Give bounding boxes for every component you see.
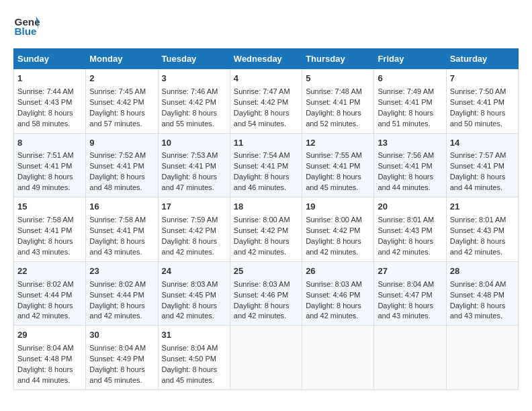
calendar-cell: 6Sunrise: 7:49 AMSunset: 4:41 PMDaylight… [374, 69, 446, 134]
calendar-week-4: 22Sunrise: 8:02 AMSunset: 4:44 PMDayligh… [14, 261, 519, 326]
day-number: 22 [17, 265, 82, 278]
calendar-cell: 20Sunrise: 8:01 AMSunset: 4:43 PMDayligh… [374, 197, 446, 262]
column-header-saturday: Saturday [446, 49, 518, 69]
sunset-label: Sunset: 4:43 PM [17, 98, 72, 106]
calendar-cell: 11Sunrise: 7:54 AMSunset: 4:41 PMDayligh… [230, 133, 302, 197]
daylight-label: Daylight: 8 hours and 50 minutes. [450, 109, 506, 128]
calendar-cell: 24Sunrise: 8:03 AMSunset: 4:45 PMDayligh… [158, 261, 230, 326]
day-number: 11 [234, 137, 298, 150]
day-number: 5 [306, 73, 370, 85]
day-number: 23 [89, 265, 154, 278]
sunset-label: Sunset: 4:42 PM [234, 226, 288, 234]
sunrise-label: Sunrise: 7:56 AM [378, 151, 434, 159]
sunrise-label: Sunrise: 8:04 AM [17, 344, 74, 352]
calendar-cell: 10Sunrise: 7:53 AMSunset: 4:41 PMDayligh… [158, 133, 230, 197]
daylight-label: Daylight: 8 hours and 57 minutes. [89, 109, 145, 128]
calendar-cell [374, 326, 446, 390]
column-header-friday: Friday [374, 49, 446, 69]
daylight-label: Daylight: 8 hours and 42 minutes. [234, 302, 290, 320]
sunrise-label: Sunrise: 8:01 AM [378, 216, 434, 224]
day-number: 1 [17, 73, 82, 85]
sunrise-label: Sunrise: 7:55 AM [306, 151, 362, 159]
daylight-label: Daylight: 8 hours and 44 minutes. [378, 173, 433, 191]
daylight-label: Daylight: 8 hours and 44 minutes. [450, 173, 506, 191]
sunset-label: Sunset: 4:44 PM [89, 291, 144, 299]
calendar-cell: 26Sunrise: 8:03 AMSunset: 4:46 PMDayligh… [302, 261, 374, 326]
daylight-label: Daylight: 8 hours and 42 minutes. [89, 302, 145, 320]
sunset-label: Sunset: 4:41 PM [306, 162, 360, 170]
sunset-label: Sunset: 4:41 PM [89, 162, 144, 170]
sunset-label: Sunset: 4:43 PM [450, 226, 504, 234]
daylight-label: Daylight: 8 hours and 43 minutes. [89, 237, 145, 256]
sunrise-label: Sunrise: 7:45 AM [89, 87, 146, 95]
daylight-label: Daylight: 8 hours and 52 minutes. [306, 109, 361, 128]
logo-icon: General Blue [13, 13, 40, 38]
day-number: 20 [378, 201, 442, 214]
sunrise-label: Sunrise: 8:01 AM [450, 216, 506, 224]
day-number: 13 [378, 137, 442, 150]
day-number: 16 [89, 201, 154, 214]
calendar-cell [302, 326, 374, 390]
calendar-cell: 8Sunrise: 7:51 AMSunset: 4:41 PMDaylight… [14, 133, 86, 197]
day-number: 26 [306, 265, 370, 278]
day-number: 9 [89, 137, 154, 150]
sunrise-label: Sunrise: 7:49 AM [378, 87, 434, 95]
daylight-label: Daylight: 8 hours and 45 minutes. [306, 173, 361, 191]
calendar-cell: 4Sunrise: 7:47 AMSunset: 4:42 PMDaylight… [230, 69, 302, 134]
calendar-cell: 7Sunrise: 7:50 AMSunset: 4:41 PMDaylight… [446, 69, 518, 134]
day-number: 31 [162, 329, 226, 342]
sunrise-label: Sunrise: 7:58 AM [89, 216, 146, 224]
daylight-label: Daylight: 8 hours and 42 minutes. [306, 302, 361, 320]
calendar-week-5: 29Sunrise: 8:04 AMSunset: 4:48 PMDayligh… [14, 326, 519, 390]
column-header-sunday: Sunday [14, 49, 86, 69]
day-number: 27 [378, 265, 442, 278]
sunrise-label: Sunrise: 8:03 AM [306, 280, 362, 288]
svg-text:Blue: Blue [15, 26, 37, 37]
daylight-label: Daylight: 8 hours and 42 minutes. [162, 302, 218, 320]
day-number: 18 [234, 201, 298, 214]
calendar-cell: 22Sunrise: 8:02 AMSunset: 4:44 PMDayligh… [14, 261, 86, 326]
sunset-label: Sunset: 4:42 PM [306, 226, 360, 234]
sunrise-label: Sunrise: 8:00 AM [306, 216, 362, 224]
calendar-cell: 14Sunrise: 7:57 AMSunset: 4:41 PMDayligh… [446, 133, 518, 197]
calendar-cell: 29Sunrise: 8:04 AMSunset: 4:48 PMDayligh… [14, 326, 86, 390]
sunset-label: Sunset: 4:45 PM [162, 291, 216, 299]
calendar-cell [446, 326, 518, 390]
sunset-label: Sunset: 4:41 PM [306, 98, 360, 106]
daylight-label: Daylight: 8 hours and 43 minutes. [450, 302, 506, 320]
sunrise-label: Sunrise: 8:04 AM [378, 280, 434, 288]
calendar-header-row: SundayMondayTuesdayWednesdayThursdayFrid… [14, 49, 519, 69]
sunrise-label: Sunrise: 7:47 AM [234, 87, 290, 95]
day-number: 29 [17, 329, 82, 342]
calendar-cell: 28Sunrise: 8:04 AMSunset: 4:48 PMDayligh… [446, 261, 518, 326]
sunset-label: Sunset: 4:50 PM [162, 355, 216, 363]
calendar-cell: 2Sunrise: 7:45 AMSunset: 4:42 PMDaylight… [86, 69, 158, 134]
day-number: 21 [450, 201, 515, 214]
sunrise-label: Sunrise: 8:02 AM [17, 280, 74, 288]
sunrise-label: Sunrise: 7:50 AM [450, 87, 506, 95]
calendar-cell: 31Sunrise: 8:04 AMSunset: 4:50 PMDayligh… [158, 326, 230, 390]
day-number: 4 [234, 73, 298, 85]
sunset-label: Sunset: 4:41 PM [17, 226, 72, 234]
sunset-label: Sunset: 4:41 PM [450, 98, 504, 106]
sunrise-label: Sunrise: 7:58 AM [17, 216, 74, 224]
sunset-label: Sunset: 4:46 PM [306, 291, 360, 299]
day-number: 24 [162, 265, 226, 278]
sunset-label: Sunset: 4:41 PM [378, 162, 432, 170]
column-header-monday: Monday [86, 49, 158, 69]
day-number: 12 [306, 137, 370, 150]
sunset-label: Sunset: 4:42 PM [89, 98, 144, 106]
daylight-label: Daylight: 8 hours and 43 minutes. [17, 237, 73, 256]
daylight-label: Daylight: 8 hours and 48 minutes. [89, 173, 145, 191]
sunrise-label: Sunrise: 8:04 AM [450, 280, 506, 288]
calendar-cell: 5Sunrise: 7:48 AMSunset: 4:41 PMDaylight… [302, 69, 374, 134]
calendar-week-2: 8Sunrise: 7:51 AMSunset: 4:41 PMDaylight… [14, 133, 519, 197]
daylight-label: Daylight: 8 hours and 45 minutes. [162, 365, 218, 384]
daylight-label: Daylight: 8 hours and 42 minutes. [162, 237, 218, 256]
day-number: 3 [162, 73, 226, 85]
daylight-label: Daylight: 8 hours and 58 minutes. [17, 109, 73, 128]
sunrise-label: Sunrise: 7:59 AM [162, 216, 218, 224]
day-number: 10 [162, 137, 226, 150]
sunset-label: Sunset: 4:42 PM [162, 98, 216, 106]
calendar-cell: 30Sunrise: 8:04 AMSunset: 4:49 PMDayligh… [86, 326, 158, 390]
